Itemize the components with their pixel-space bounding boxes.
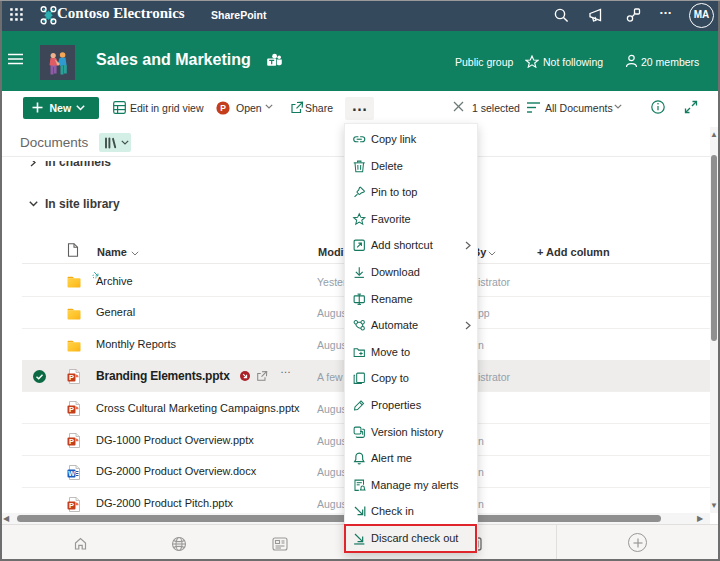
svg-text:P: P	[69, 501, 74, 510]
svg-text:P: P	[220, 103, 226, 113]
svg-text:P: P	[69, 405, 74, 414]
svg-text:P: P	[69, 373, 74, 382]
svg-text:W: W	[68, 470, 75, 477]
svg-text:P: P	[69, 437, 74, 446]
